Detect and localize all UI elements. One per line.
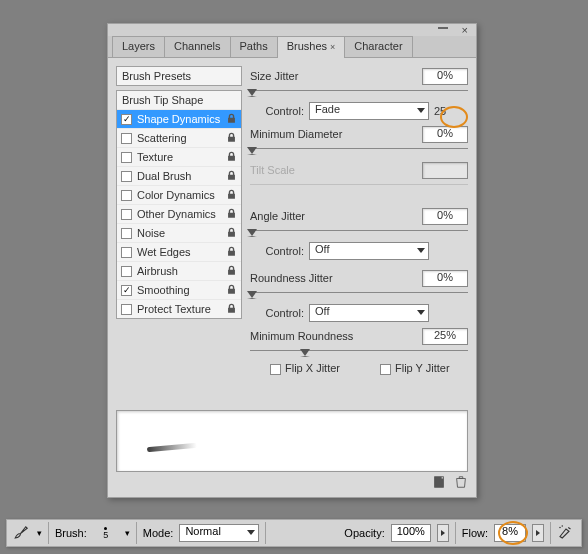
brush-presets-button[interactable]: Brush Presets [116, 66, 242, 86]
min-diameter-label: Minimum Diameter [250, 128, 422, 140]
control-1-select[interactable]: Fade [309, 102, 429, 120]
checkbox-other-dynamics[interactable] [121, 209, 132, 220]
preset-scattering[interactable]: Scattering [117, 128, 241, 147]
mode-value: Normal [185, 525, 220, 537]
preset-dual-brush[interactable]: Dual Brush [117, 166, 241, 185]
tab-paths[interactable]: Paths [230, 36, 278, 57]
new-preset-icon[interactable] [432, 475, 446, 493]
lock-icon[interactable] [226, 227, 237, 240]
trash-icon[interactable] [454, 475, 468, 493]
tab-close-icon[interactable]: × [330, 42, 335, 52]
lock-icon[interactable] [226, 284, 237, 297]
preset-label: Scattering [137, 132, 187, 144]
control-2-select[interactable]: Off [309, 242, 429, 260]
lock-icon[interactable] [226, 303, 237, 316]
preset-label: Wet Edges [137, 246, 191, 258]
airbrush-toggle-icon[interactable] [557, 523, 575, 543]
lock-icon[interactable] [226, 189, 237, 202]
flow-nudge[interactable] [532, 524, 544, 542]
lock-icon[interactable] [226, 113, 237, 126]
min-diameter-field[interactable]: 0% [422, 126, 468, 143]
checkbox-shape-dynamics[interactable] [121, 114, 132, 125]
checkbox-smoothing[interactable] [121, 285, 132, 296]
control-3-select[interactable]: Off [309, 304, 429, 322]
mode-select[interactable]: Normal [179, 524, 259, 542]
checkbox-noise[interactable] [121, 228, 132, 239]
tilt-scale-label: Tilt Scale [250, 164, 422, 176]
tab-channels[interactable]: Channels [164, 36, 230, 57]
preset-texture[interactable]: Texture [117, 147, 241, 166]
lock-icon[interactable] [226, 208, 237, 221]
opacity-nudge[interactable] [437, 524, 449, 542]
flow-value: 8% [502, 525, 518, 537]
lock-icon[interactable] [226, 170, 237, 183]
preset-label: Protect Texture [137, 303, 211, 315]
brush-picker-arrow-icon[interactable]: ▾ [125, 528, 130, 538]
tool-preset-arrow-icon[interactable]: ▾ [37, 528, 42, 538]
flip-x-jitter-checkbox[interactable]: Flip X Jitter [270, 362, 340, 375]
checkbox-airbrush[interactable] [121, 266, 132, 277]
preset-other-dynamics[interactable]: Other Dynamics [117, 204, 241, 223]
preset-protect-texture[interactable]: Protect Texture [117, 299, 241, 318]
flip-x-label: Flip X Jitter [285, 362, 340, 374]
min-roundness-slider[interactable] [250, 348, 468, 354]
tab-character[interactable]: Character [344, 36, 412, 57]
angle-jitter-label: Angle Jitter [250, 210, 422, 222]
roundness-jitter-field[interactable]: 0% [422, 270, 468, 287]
preset-color-dynamics[interactable]: Color Dynamics [117, 185, 241, 204]
tilt-scale-field [422, 162, 468, 179]
brush-size-value: 5 [103, 530, 108, 540]
angle-jitter-field[interactable]: 0% [422, 208, 468, 225]
tilt-scale-slider [250, 182, 468, 188]
lock-icon[interactable] [226, 151, 237, 164]
checkbox-protect-texture[interactable] [121, 304, 132, 315]
flow-field[interactable]: 8% [494, 524, 526, 542]
lock-icon[interactable] [226, 265, 237, 278]
lock-icon[interactable] [226, 132, 237, 145]
brush-stroke-preview [147, 443, 197, 452]
size-jitter-field[interactable]: 0% [422, 68, 468, 85]
preset-noise[interactable]: Noise [117, 223, 241, 242]
preset-label: Color Dynamics [137, 189, 215, 201]
preset-brush-tip-shape[interactable]: Brush Tip Shape [117, 91, 241, 109]
minimize-icon[interactable] [438, 27, 448, 29]
preset-shape-dynamics[interactable]: Shape Dynamics [117, 109, 241, 128]
tab-layers[interactable]: Layers [112, 36, 165, 57]
close-icon[interactable]: × [462, 24, 468, 36]
brushes-panel: × Layers Channels Paths Brushes× Charact… [107, 23, 477, 498]
preset-label: Noise [137, 227, 165, 239]
tab-brushes[interactable]: Brushes× [277, 36, 346, 58]
control-3-value: Off [315, 305, 329, 317]
size-jitter-slider[interactable] [250, 88, 468, 94]
panel-title-bar[interactable]: × [108, 24, 476, 36]
checkbox-wet-edges[interactable] [121, 247, 132, 258]
brush-preset-picker[interactable]: 5 [93, 522, 119, 544]
flip-y-jitter-checkbox[interactable]: Flip Y Jitter [380, 362, 450, 375]
size-jitter-label: Size Jitter [250, 70, 422, 82]
angle-jitter-slider[interactable] [250, 228, 468, 234]
min-diameter-slider[interactable] [250, 146, 468, 152]
control-label-2: Control: [250, 245, 304, 257]
checkbox-dual-brush[interactable] [121, 171, 132, 182]
min-roundness-field[interactable]: 25% [422, 328, 468, 345]
tab-brushes-label: Brushes [287, 40, 327, 52]
brush-tool-icon[interactable] [13, 523, 31, 543]
lock-icon[interactable] [226, 246, 237, 259]
preset-label: Airbrush [137, 265, 178, 277]
dropdown-arrow-icon [417, 248, 425, 253]
opacity-field[interactable]: 100% [391, 524, 431, 542]
flip-y-label: Flip Y Jitter [395, 362, 450, 374]
preset-label: Texture [137, 151, 173, 163]
control-1-steps-field[interactable]: 25 [434, 105, 468, 117]
preset-smoothing[interactable]: Smoothing [117, 280, 241, 299]
checkbox-color-dynamics[interactable] [121, 190, 132, 201]
checkbox-scattering[interactable] [121, 133, 132, 144]
tool-options-bar: ▾ Brush: 5 ▾ Mode: Normal Opacity: 100% … [6, 519, 582, 547]
roundness-jitter-slider[interactable] [250, 290, 468, 296]
preset-label: Shape Dynamics [137, 113, 220, 125]
control-label-3: Control: [250, 307, 304, 319]
preset-wet-edges[interactable]: Wet Edges [117, 242, 241, 261]
checkbox-texture[interactable] [121, 152, 132, 163]
min-roundness-label: Minimum Roundness [250, 330, 422, 342]
preset-airbrush[interactable]: Airbrush [117, 261, 241, 280]
